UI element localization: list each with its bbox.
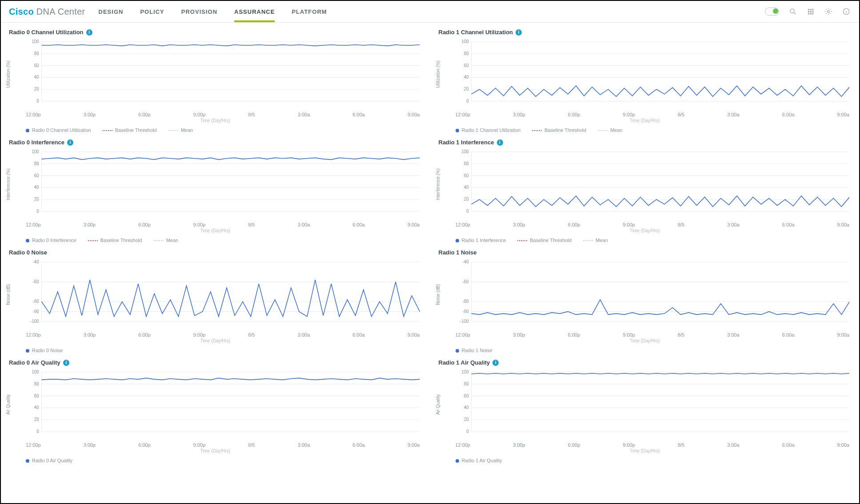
svg-text:80: 80 xyxy=(34,161,39,166)
chart-series-line xyxy=(42,158,420,159)
nav-policy[interactable]: POLICY xyxy=(140,2,164,21)
chart[interactable]: Interference (%) 020406080100 xyxy=(437,149,853,219)
x-tick: 9:00p xyxy=(623,332,635,337)
nav-design[interactable]: DESIGN xyxy=(99,2,124,21)
x-tick: 9:00a xyxy=(408,442,420,448)
x-tick: 12:00p xyxy=(26,112,41,117)
y-axis-label: Air Quality xyxy=(6,394,11,415)
svg-rect-3 xyxy=(810,9,812,10)
info-icon[interactable] xyxy=(63,360,69,366)
x-tick: 9:00p xyxy=(623,442,635,448)
legend-mean: Mean xyxy=(154,238,179,243)
svg-text:80: 80 xyxy=(464,51,468,56)
dashboard: Radio 0 Channel Utilization Utilization … xyxy=(1,23,859,470)
chart-svg: -100-90-80-60-40 xyxy=(26,259,420,329)
legend: Radio 1 Noise xyxy=(437,343,853,355)
svg-text:-80: -80 xyxy=(462,299,469,304)
chart[interactable]: Noise (dB) -100-90-80-60-40 xyxy=(437,259,853,329)
brand: Cisco DNA Center xyxy=(1,7,95,17)
x-tick: 9:00a xyxy=(408,332,420,337)
chart[interactable]: Air Quality 020406080100 xyxy=(437,369,853,440)
x-tick: 6:00p xyxy=(568,332,580,337)
legend-baseline: Baseline Threshold xyxy=(532,127,586,133)
legend-series: Radio 1 Interference xyxy=(456,238,506,243)
x-tick: 6:00a xyxy=(352,222,365,227)
svg-line-1 xyxy=(794,12,796,14)
legend-series: Radio 0 Air Quality xyxy=(26,458,72,463)
x-tick: 3:00a xyxy=(298,112,310,117)
x-tick: 9:00p xyxy=(623,222,635,227)
chart[interactable]: Interference (%) 020406080100 xyxy=(7,149,424,219)
x-tick: 3:00p xyxy=(513,442,525,448)
help-icon[interactable] xyxy=(842,8,850,16)
info-icon[interactable] xyxy=(67,139,73,146)
x-tick: 6:00p xyxy=(568,112,580,117)
x-tick: 3:00p xyxy=(84,222,96,227)
gear-icon[interactable] xyxy=(824,8,832,16)
x-tick: 9:00p xyxy=(623,112,635,117)
legend: Radio 0 Noise xyxy=(7,343,424,355)
y-axis-label: Noise (dB) xyxy=(435,284,440,305)
legend-baseline: Baseline Threshold xyxy=(88,238,142,243)
info-icon[interactable] xyxy=(492,360,499,366)
chart[interactable]: Utilization (%) 020406080100 xyxy=(7,39,424,109)
x-tick: 3:00p xyxy=(513,222,525,227)
svg-text:100: 100 xyxy=(32,369,39,374)
x-tick: 6:00a xyxy=(352,442,365,448)
svg-text:100: 100 xyxy=(461,149,469,154)
info-icon[interactable] xyxy=(497,139,503,146)
svg-rect-4 xyxy=(812,9,813,10)
chart[interactable]: Noise (dB) -100-90-80-60-40 xyxy=(7,259,424,329)
svg-text:60: 60 xyxy=(34,393,39,398)
nav-platform[interactable]: PLATFORM xyxy=(292,2,327,21)
chart-series-line xyxy=(42,378,420,380)
apps-grid-icon[interactable] xyxy=(807,8,815,16)
chart-svg: 020406080100 xyxy=(456,369,850,440)
x-tick: 3:00a xyxy=(727,442,740,448)
x-axis-label: Time (Day/Hrs) xyxy=(437,118,853,123)
panel-title: Radio 0 Interference xyxy=(7,137,424,147)
topbar-right xyxy=(765,8,859,16)
nav-provision[interactable]: PROVISION xyxy=(181,2,217,21)
x-ticks: 12:00p3:00p6:00p9:00p8/53:00a6:00a9:00a xyxy=(437,330,853,337)
info-icon[interactable] xyxy=(516,29,522,36)
chart-svg: 020406080100 xyxy=(456,39,850,109)
chart-svg: 020406080100 xyxy=(26,39,420,109)
svg-rect-6 xyxy=(810,11,812,12)
x-tick: 3:00a xyxy=(727,332,740,337)
x-axis-label: Time (Day/Hrs) xyxy=(7,448,424,453)
x-ticks: 12:00p3:00p6:00p9:00p8/53:00a6:00a9:00a xyxy=(7,441,424,448)
x-axis-label: Time (Day/Hrs) xyxy=(437,228,853,233)
svg-text:100: 100 xyxy=(461,369,469,374)
chart[interactable]: Air Quality 020406080100 xyxy=(7,369,424,440)
x-tick: 9:00a xyxy=(408,112,420,117)
health-toggle[interactable] xyxy=(765,8,779,16)
svg-text:0: 0 xyxy=(36,429,39,434)
info-icon[interactable] xyxy=(86,29,92,36)
x-ticks: 12:00p3:00p6:00p9:00p8/53:00a6:00a9:00a xyxy=(437,110,853,117)
legend-mean: Mean xyxy=(598,127,623,133)
x-tick: 6:00p xyxy=(138,112,151,117)
x-axis-label: Time (Day/Hrs) xyxy=(7,228,424,233)
search-icon[interactable] xyxy=(789,8,797,16)
legend-mean: Mean xyxy=(168,127,193,133)
svg-rect-5 xyxy=(808,11,809,12)
chart-series-line xyxy=(42,280,420,317)
nav-assurance[interactable]: ASSURANCE xyxy=(234,2,275,21)
x-tick: 3:00p xyxy=(84,112,96,117)
x-tick: 6:00a xyxy=(782,112,795,117)
x-tick: 8/5 xyxy=(248,112,255,117)
legend-series: Radio 1 Noise xyxy=(456,348,492,353)
y-axis-label: Interference (%) xyxy=(435,168,440,200)
x-tick: 9:00p xyxy=(193,112,206,117)
legend-series: Radio 1 Channel Utilization xyxy=(456,127,521,133)
x-tick: 8/5 xyxy=(248,442,255,448)
x-ticks: 12:00p3:00p6:00p9:00p8/53:00a6:00a9:00a xyxy=(437,220,853,227)
x-tick: 3:00p xyxy=(84,332,96,337)
svg-text:60: 60 xyxy=(464,393,468,398)
x-tick: 12:00p xyxy=(456,222,471,227)
x-tick: 3:00a xyxy=(298,222,310,227)
topbar: Cisco DNA Center DESIGN POLICY PROVISION… xyxy=(1,1,859,23)
svg-text:-100: -100 xyxy=(30,319,39,324)
chart[interactable]: Utilization (%) 020406080100 xyxy=(437,39,853,109)
